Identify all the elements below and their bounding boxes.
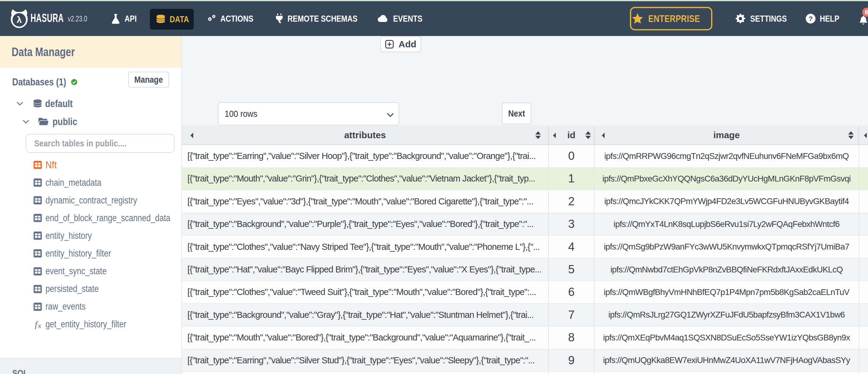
svg-text:?: ? <box>808 15 813 23</box>
svg-text:λ: λ <box>17 14 22 25</box>
